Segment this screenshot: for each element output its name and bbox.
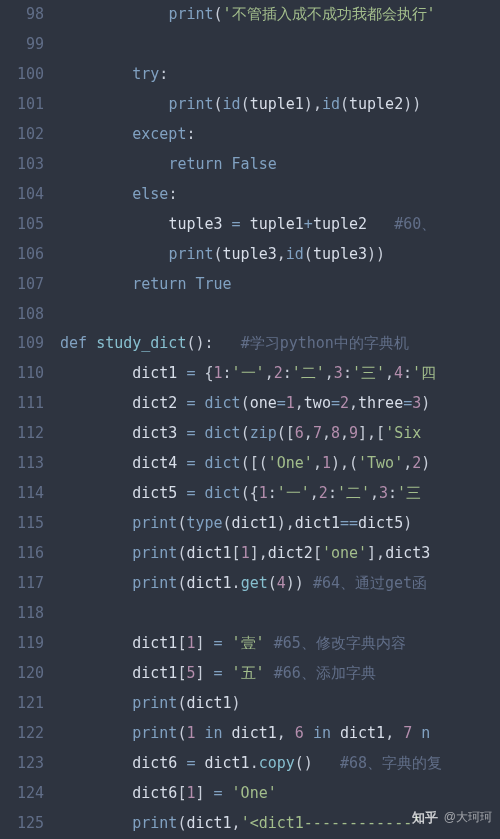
token-pn: : [268,484,277,502]
token-str: '五' [232,664,265,682]
code-line[interactable]: print('不管插入成不成功我都会执行' [60,0,500,30]
token-num: 8 [331,424,340,442]
token-id: tuple2 [313,215,367,233]
token-pn: () [295,754,313,772]
token-id: dict1 [186,814,231,832]
token-op: = [232,215,241,233]
token-id: dict1 [132,664,177,682]
token-id [195,364,204,382]
code-editor[interactable]: 9899100101102103104105106107108109110111… [0,0,500,839]
code-line[interactable]: dict1 = {1:'一',2:'二',3:'三',4:'四 [60,359,500,389]
code-line[interactable]: dict5 = dict({1:'一',2:'二',3:'三 [60,479,500,509]
token-str: 'one' [322,544,367,562]
line-number: 122 [6,719,44,749]
token-str: 'One' [268,454,313,472]
token-id: dict1 [340,724,385,742]
token-cm: #68、字典的复 [340,754,442,772]
code-line[interactable]: print(dict1) [60,689,500,719]
token-id: dict4 [132,454,177,472]
code-line[interactable]: dict1[1] = '壹' #65、修改字典内容 [60,629,500,659]
code-area[interactable]: print('不管插入成不成功我都会执行' try: print(id(tupl… [54,0,500,839]
line-number: 100 [6,60,44,90]
token-id: dict1 [232,514,277,532]
line-number: 124 [6,779,44,809]
token-cm: #60、 [394,215,436,233]
code-line[interactable]: print(1 in dict1, 6 in dict1, 7 n [60,719,500,749]
code-line[interactable]: print(id(tuple1),id(tuple2)) [60,90,500,120]
code-line[interactable]: print(dict1[1],dict2['one'],dict3 [60,539,500,569]
token-pn: ] [195,634,204,652]
token-pn: , [313,95,322,113]
token-num: 1 [259,484,268,502]
token-pn: ) [403,95,412,113]
token-num: 1 [286,394,295,412]
code-line[interactable]: dict6 = dict1.copy() #68、字典的复 [60,749,500,779]
code-line[interactable]: tuple3 = tuple1+tuple2 #60、 [60,210,500,240]
token-id [195,724,204,742]
line-number: 105 [6,210,44,240]
token-str: '壹' [232,634,265,652]
token-bn: dict [205,454,241,472]
code-line[interactable] [60,30,500,60]
token-id [223,634,232,652]
code-line[interactable]: dict1[5] = '五' #66、添加字典 [60,659,500,689]
token-pn: ] [195,664,204,682]
token-id: tuple3 [313,245,367,263]
code-line[interactable]: print(tuple3,id(tuple3)) [60,240,500,270]
token-id: dict3 [132,424,177,442]
token-pn: : [186,125,195,143]
token-pn: ) [412,95,421,113]
token-id: dict1 [186,544,231,562]
token-kw: try [132,65,159,83]
token-pn: ( [241,484,250,502]
code-line[interactable]: return False [60,150,500,180]
token-str: '二' [292,364,325,382]
code-line[interactable]: try: [60,60,500,90]
token-fn: copy [259,754,295,772]
token-cm: #64、通过get函 [313,574,427,592]
code-line[interactable] [60,300,500,330]
token-bn: dict [205,424,241,442]
code-line[interactable]: else: [60,180,500,210]
line-number: 111 [6,389,44,419]
token-id [304,724,313,742]
token-id [304,574,313,592]
token-id [286,724,295,742]
token-kw: in [313,724,331,742]
line-number: 102 [6,120,44,150]
token-num: 3 [379,484,388,502]
token-str: 'One' [232,784,277,802]
token-id [241,215,250,233]
code-line[interactable]: def study_dict(): #学习python中的字典机 [60,329,500,359]
token-bn: zip [250,424,277,442]
code-line[interactable]: return True [60,270,500,300]
code-line[interactable]: print(dict1.get(4)) #64、通过get函 [60,569,500,599]
token-str: '一' [232,364,265,382]
token-num: 3 [412,394,421,412]
token-pn: [ [250,454,259,472]
token-fn: study_dict [96,334,186,352]
token-num: 1 [322,454,331,472]
token-kw: return [168,155,222,173]
code-line[interactable]: dict3 = dict(zip([6,7,8,9],['Six [60,419,500,449]
code-line[interactable]: except: [60,120,500,150]
token-pn: ] [367,544,376,562]
token-pn: ] [358,424,367,442]
code-line[interactable]: print(type(dict1),dict1==dict5) [60,509,500,539]
code-line[interactable]: dict2 = dict(one=1,two=2,three=3) [60,389,500,419]
token-cm: #学习python中的字典机 [241,334,409,352]
code-line[interactable]: dict4 = dict([('One',1),('Two',2) [60,449,500,479]
token-id: dict1 [186,574,231,592]
token-num: 7 [313,424,322,442]
token-bn: print [168,245,213,263]
code-line[interactable] [60,599,500,629]
line-number: 119 [6,629,44,659]
token-pn: , [277,245,286,263]
token-str: 'Six [385,424,421,442]
line-number: 125 [6,809,44,839]
token-pn: ( [304,245,313,263]
line-number: 114 [6,479,44,509]
token-id: tuple3 [223,245,277,263]
token-id [223,664,232,682]
token-pn: , [277,724,286,742]
